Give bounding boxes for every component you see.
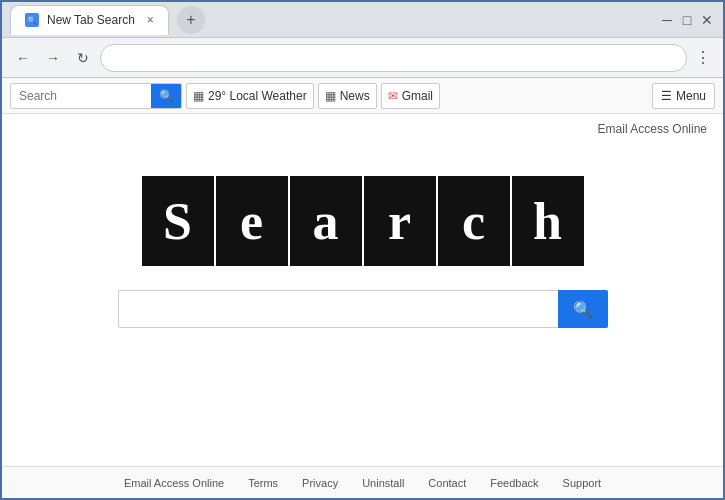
new-tab-icon: + xyxy=(186,11,195,29)
logo-tile-s: S xyxy=(142,176,214,266)
window-controls: ─ □ ✕ xyxy=(659,13,715,27)
toolbar-search-button[interactable]: 🔍 xyxy=(151,84,181,108)
forward-icon: → xyxy=(46,50,60,66)
restore-button[interactable]: □ xyxy=(679,13,695,27)
gmail-label: Gmail xyxy=(402,89,433,103)
toolbar-search-box[interactable]: 🔍 xyxy=(10,83,182,109)
logo-tile-c: c xyxy=(438,176,510,266)
tab-favicon: 🔍 xyxy=(25,13,39,27)
browser-window: 🔍 New Tab Search × + ─ □ ✕ ← → ↻ ⋮ xyxy=(0,0,725,500)
back-icon: ← xyxy=(16,50,30,66)
news-label: News xyxy=(340,89,370,103)
tab-bar: 🔍 New Tab Search × + xyxy=(10,5,659,35)
new-tab-button[interactable]: + xyxy=(177,6,205,34)
toolbar-search-icon: 🔍 xyxy=(159,89,174,103)
footer-link-feedback[interactable]: Feedback xyxy=(490,477,538,489)
footer-link-email-access[interactable]: Email Access Online xyxy=(124,477,224,489)
logo-tile-e: e xyxy=(216,176,288,266)
footer-link-terms[interactable]: Terms xyxy=(248,477,278,489)
tab-close-button[interactable]: × xyxy=(147,13,154,27)
reload-icon: ↻ xyxy=(77,50,89,66)
main-search-button[interactable]: 🔍 xyxy=(558,290,608,328)
main-content: Email Access Online S e a r c h 🔍 xyxy=(2,114,723,466)
minimize-button[interactable]: ─ xyxy=(659,13,675,27)
weather-icon: ▦ xyxy=(193,89,204,103)
more-options-button[interactable]: ⋮ xyxy=(691,46,715,70)
footer: Email Access Online Terms Privacy Uninst… xyxy=(2,466,723,498)
footer-link-contact[interactable]: Contact xyxy=(428,477,466,489)
reload-button[interactable]: ↻ xyxy=(70,45,96,71)
footer-link-privacy[interactable]: Privacy xyxy=(302,477,338,489)
footer-link-support[interactable]: Support xyxy=(563,477,602,489)
address-bar[interactable] xyxy=(100,44,687,72)
logo-tile-h: h xyxy=(512,176,584,266)
toolbar: 🔍 ▦ 29° Local Weather ▦ News ✉ Gmail ☰ M… xyxy=(2,78,723,114)
main-search-input[interactable] xyxy=(118,290,558,328)
menu-icon: ☰ xyxy=(661,89,672,103)
news-widget[interactable]: ▦ News xyxy=(318,83,377,109)
gmail-widget[interactable]: ✉ Gmail xyxy=(381,83,440,109)
close-button[interactable]: ✕ xyxy=(699,13,715,27)
forward-button[interactable]: → xyxy=(40,45,66,71)
menu-label: Menu xyxy=(676,89,706,103)
logo-tile-r: r xyxy=(364,176,436,266)
email-access-label: Email Access Online xyxy=(598,114,723,136)
nav-bar: ← → ↻ ⋮ xyxy=(2,38,723,78)
main-search-container: 🔍 xyxy=(118,290,608,328)
toolbar-search-input[interactable] xyxy=(11,84,151,108)
logo-tile-a: a xyxy=(290,176,362,266)
more-icon: ⋮ xyxy=(695,48,711,67)
gmail-icon: ✉ xyxy=(388,89,398,103)
active-tab[interactable]: 🔍 New Tab Search × xyxy=(10,5,169,35)
main-search-icon: 🔍 xyxy=(573,300,593,319)
title-bar: 🔍 New Tab Search × + ─ □ ✕ xyxy=(2,2,723,38)
weather-label: 29° Local Weather xyxy=(208,89,307,103)
back-button[interactable]: ← xyxy=(10,45,36,71)
menu-button[interactable]: ☰ Menu xyxy=(652,83,715,109)
footer-link-uninstall[interactable]: Uninstall xyxy=(362,477,404,489)
news-icon: ▦ xyxy=(325,89,336,103)
search-logo: S e a r c h xyxy=(142,176,584,266)
tab-title: New Tab Search xyxy=(47,13,135,27)
weather-widget[interactable]: ▦ 29° Local Weather xyxy=(186,83,314,109)
